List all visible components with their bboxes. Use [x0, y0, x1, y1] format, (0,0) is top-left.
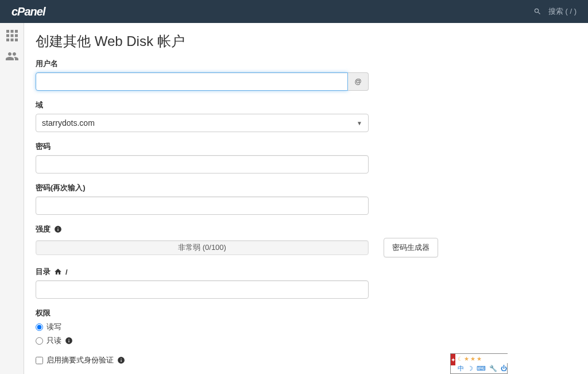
top-header: cPanel 搜索 ( / ) [0, 0, 588, 23]
info-icon[interactable] [117, 356, 125, 364]
power-icon[interactable]: ⏻ [501, 365, 507, 372]
perm-readonly-row[interactable]: 只读 [36, 336, 577, 346]
apps-grid-icon[interactable] [5, 29, 19, 43]
svg-rect-0 [6, 30, 9, 33]
star-icon: ★ [470, 356, 475, 362]
username-input[interactable] [36, 72, 348, 91]
strength-row: 非常弱 (0/100) 密码生成器 [36, 238, 577, 257]
info-icon[interactable] [54, 225, 62, 233]
password-group: 密码 [36, 141, 577, 173]
perm-readwrite-row[interactable]: 读写 [36, 322, 577, 332]
svg-rect-6 [6, 38, 9, 41]
domain-select[interactable]: starrydots.com ▼ [36, 114, 369, 132]
password-confirm-label: 密码(再次输入) [36, 183, 577, 193]
password-label: 密码 [36, 141, 577, 152]
page-title: 创建其他 Web Disk 帐户 [36, 32, 577, 51]
search-icon [533, 7, 541, 16]
password-confirm-input[interactable] [36, 196, 369, 215]
perm-readonly-radio[interactable] [36, 337, 43, 345]
strength-group: 强度 非常弱 (0/100) 密码生成器 [36, 224, 577, 257]
perm-readonly-label: 只读 [47, 336, 61, 346]
directory-input[interactable] [36, 280, 369, 299]
ime-keyboard-icon[interactable]: ⌨ [477, 365, 486, 372]
svg-rect-2 [15, 30, 18, 33]
moon-icon[interactable]: ☽ [467, 365, 473, 372]
search-area[interactable]: 搜索 ( / ) [533, 6, 577, 17]
password-input[interactable] [36, 155, 369, 173]
strength-bar: 非常弱 (0/100) [36, 240, 369, 255]
svg-rect-3 [6, 34, 9, 37]
username-label: 用户名 [36, 59, 577, 69]
username-row: @ [36, 72, 577, 91]
username-group: 用户名 @ [36, 59, 577, 91]
home-icon [54, 268, 62, 276]
directory-label: 目录 / [36, 267, 577, 277]
password-generator-button[interactable]: 密码生成器 [384, 238, 438, 257]
ime-mode[interactable]: 中 [458, 364, 464, 373]
at-symbol-addon: @ [348, 72, 369, 91]
strength-label: 强度 [36, 224, 577, 234]
info-icon[interactable] [65, 337, 73, 345]
svg-rect-4 [10, 34, 13, 37]
domain-label: 域 [36, 100, 577, 110]
permissions-label: 权限 [36, 308, 577, 318]
search-placeholder: 搜索 ( / ) [548, 6, 577, 17]
ime-top: ☾ ★ ★ ★ [455, 354, 509, 363]
digest-auth-checkbox[interactable] [36, 357, 43, 364]
ime-widget[interactable]: ✦ ☾ ★ ★ ★ 中 ☽ ⌨ 🔧 ⏻ [450, 353, 508, 374]
svg-rect-8 [15, 38, 18, 41]
digest-auth-label: 启用摘要式身份验证 [47, 355, 114, 365]
svg-rect-7 [10, 38, 13, 41]
ime-stars: ☾ ★ ★ ★ [455, 356, 482, 362]
perm-readwrite-radio[interactable] [36, 323, 43, 331]
wrench-icon[interactable]: 🔧 [489, 365, 497, 372]
sidebar [0, 23, 24, 374]
star-icon: ★ [464, 356, 469, 362]
domain-group: 域 starrydots.com ▼ [36, 100, 577, 132]
password-confirm-group: 密码(再次输入) [36, 183, 577, 215]
svg-rect-5 [15, 34, 18, 37]
domain-value: starrydots.com [42, 118, 95, 128]
star-icon: ☾ [458, 356, 463, 362]
svg-rect-1 [10, 30, 13, 33]
ime-logo-icon: ✦ [451, 354, 455, 365]
ime-bottom: 中 ☽ ⌨ 🔧 ⏻ [455, 363, 509, 373]
star-icon: ★ [477, 356, 482, 362]
users-icon[interactable] [5, 49, 19, 63]
logo: cPanel [11, 5, 45, 18]
chevron-down-icon: ▼ [357, 120, 362, 126]
directory-group: 目录 / [36, 267, 577, 299]
main-content: 创建其他 Web Disk 帐户 用户名 @ 域 starrydots.com … [24, 23, 588, 374]
layout: 创建其他 Web Disk 帐户 用户名 @ 域 starrydots.com … [0, 23, 588, 374]
perm-readwrite-label: 读写 [47, 322, 61, 332]
